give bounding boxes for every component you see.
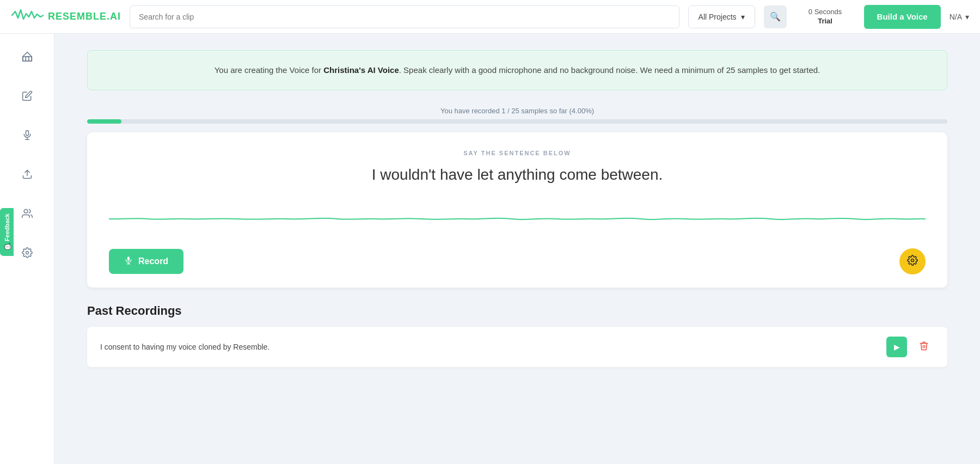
trash-icon — [919, 340, 929, 354]
card-settings-button[interactable] — [899, 248, 926, 274]
search-icon: 🔍 — [770, 11, 781, 22]
recording-item-text: I consent to having my voice cloned by R… — [100, 343, 270, 351]
banner-text-before: You are creating the Voice for — [215, 65, 323, 75]
delete-button[interactable] — [914, 337, 934, 357]
logo-text: RESEMBLE.AI — [48, 11, 121, 22]
sidebar-item-team[interactable] — [16, 204, 38, 225]
home-icon — [21, 51, 33, 65]
say-label: SAY THE SENTENCE BELOW — [109, 150, 926, 156]
sidebar-item-edit[interactable] — [16, 86, 38, 108]
app-body: 💬 Feedback — [0, 34, 980, 464]
user-name: N/A — [950, 13, 962, 21]
trial-label: Trial — [818, 17, 832, 26]
header: RESEMBLE.AI All Projects ▾ 🔍 0 Seconds T… — [0, 0, 980, 34]
record-label: Record — [138, 257, 168, 266]
svg-rect-1 — [26, 130, 28, 135]
waveform-area — [109, 203, 926, 235]
user-area[interactable]: N/A ▾ — [950, 13, 969, 21]
feedback-icon: 💬 — [3, 243, 10, 251]
recording-actions: ▶ — [886, 337, 934, 357]
microphone-icon — [22, 129, 33, 144]
team-icon — [21, 208, 33, 222]
settings-icon — [22, 247, 33, 261]
logo-area: RESEMBLE.AI — [11, 7, 121, 27]
sidebar-item-upload[interactable] — [16, 164, 38, 186]
user-dropdown-icon: ▾ — [965, 13, 969, 21]
logo-wave-icon — [11, 7, 44, 27]
all-projects-button[interactable]: All Projects ▾ — [688, 5, 755, 28]
sidebar-item-settings[interactable] — [16, 243, 38, 265]
feedback-tab[interactable]: 💬 Feedback — [0, 208, 14, 256]
progress-bar-background — [87, 119, 947, 124]
svg-rect-0 — [22, 57, 32, 61]
dropdown-chevron-icon: ▾ — [741, 13, 745, 21]
progress-label: You have recorded 1 / 25 samples so far … — [87, 107, 947, 115]
build-voice-button[interactable]: Build a Voice — [864, 5, 941, 29]
search-input[interactable] — [130, 5, 679, 28]
banner-text-after: . Speak clearly with a good microphone a… — [399, 65, 820, 75]
microphone-record-icon — [124, 255, 133, 267]
edit-icon — [22, 90, 33, 104]
past-recordings-section: Past Recordings I consent to having my v… — [87, 304, 947, 367]
svg-point-5 — [24, 209, 28, 213]
sentence-text: I wouldn't have let anything come betwee… — [109, 164, 926, 185]
main-content: You are creating the Voice for Christina… — [54, 34, 980, 464]
trial-seconds: 0 Seconds — [808, 8, 842, 17]
svg-rect-7 — [127, 257, 130, 261]
trial-info: 0 Seconds Trial — [795, 8, 855, 26]
sidebar-item-microphone[interactable] — [16, 125, 38, 147]
play-button[interactable]: ▶ — [886, 337, 907, 357]
search-button[interactable]: 🔍 — [764, 5, 787, 28]
svg-point-6 — [26, 251, 28, 254]
progress-bar-fill — [87, 119, 121, 124]
upload-icon — [22, 168, 33, 183]
feedback-wrapper: 💬 Feedback — [0, 208, 14, 256]
info-banner: You are creating the Voice for Christina… — [87, 50, 947, 90]
recording-list-item: I consent to having my voice cloned by R… — [87, 327, 947, 367]
record-button[interactable]: Record — [109, 249, 183, 274]
past-recordings-title: Past Recordings — [87, 304, 947, 318]
card-footer: Record — [109, 248, 926, 274]
progress-area: You have recorded 1 / 25 samples so far … — [87, 107, 947, 124]
feedback-label: Feedback — [4, 213, 10, 241]
gear-icon — [907, 255, 918, 268]
all-projects-label: All Projects — [699, 13, 737, 21]
recording-card: SAY THE SENTENCE BELOW I wouldn't have l… — [87, 132, 947, 288]
waveform-svg — [109, 203, 926, 235]
sidebar-item-home[interactable] — [16, 47, 38, 69]
banner-voice-name: Christina's AI Voice — [323, 65, 399, 75]
play-icon: ▶ — [894, 343, 900, 351]
svg-point-10 — [911, 259, 914, 261]
